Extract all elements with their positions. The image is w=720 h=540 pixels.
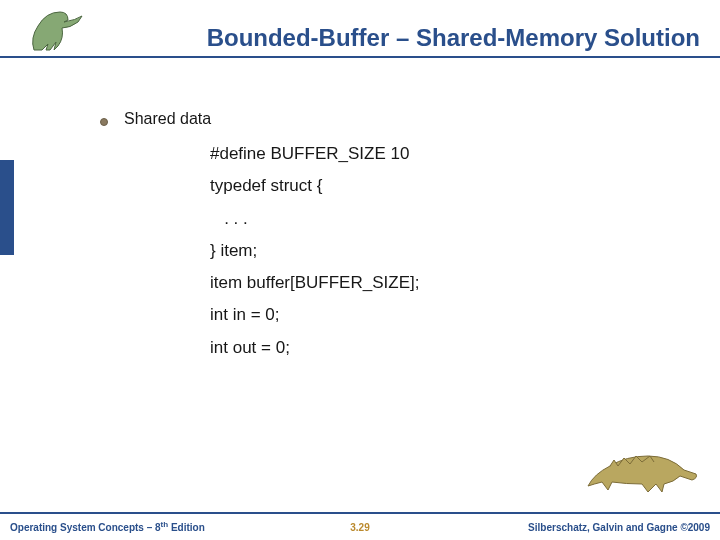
bullet-dot-icon xyxy=(100,118,108,126)
header-rule xyxy=(0,56,720,58)
code-line: item buffer[BUFFER_SIZE]; xyxy=(210,267,680,299)
footer-page-number: 3.29 xyxy=(350,522,369,533)
bullet-label: Shared data xyxy=(124,110,211,128)
page-title: Bounded-Buffer – Shared-Memory Solution xyxy=(0,24,720,52)
footer-copyright: Silberschatz, Galvin and Gagne ©2009 xyxy=(528,522,710,533)
code-line: } item; xyxy=(210,235,680,267)
sidebar-accent xyxy=(0,160,14,255)
code-line: #define BUFFER_SIZE 10 xyxy=(210,138,680,170)
code-line: . . . xyxy=(210,203,680,235)
dinosaur-bottom-icon xyxy=(584,434,704,494)
footer-left: Operating System Concepts – 8th Edition xyxy=(10,520,205,533)
slide-content: Shared data #define BUFFER_SIZE 10 typed… xyxy=(100,110,680,364)
code-line: int in = 0; xyxy=(210,299,680,331)
code-block: #define BUFFER_SIZE 10 typedef struct { … xyxy=(210,138,680,364)
footer-book-prefix: Operating System Concepts – 8 xyxy=(10,523,161,534)
slide-footer: Operating System Concepts – 8th Edition … xyxy=(0,512,720,540)
bullet-item: Shared data xyxy=(100,110,680,128)
slide-header: Bounded-Buffer – Shared-Memory Solution xyxy=(0,0,720,56)
code-line: typedef struct { xyxy=(210,170,680,202)
dinosaur-top-icon xyxy=(24,2,94,58)
code-line: int out = 0; xyxy=(210,332,680,364)
footer-book-suffix: Edition xyxy=(168,523,205,534)
